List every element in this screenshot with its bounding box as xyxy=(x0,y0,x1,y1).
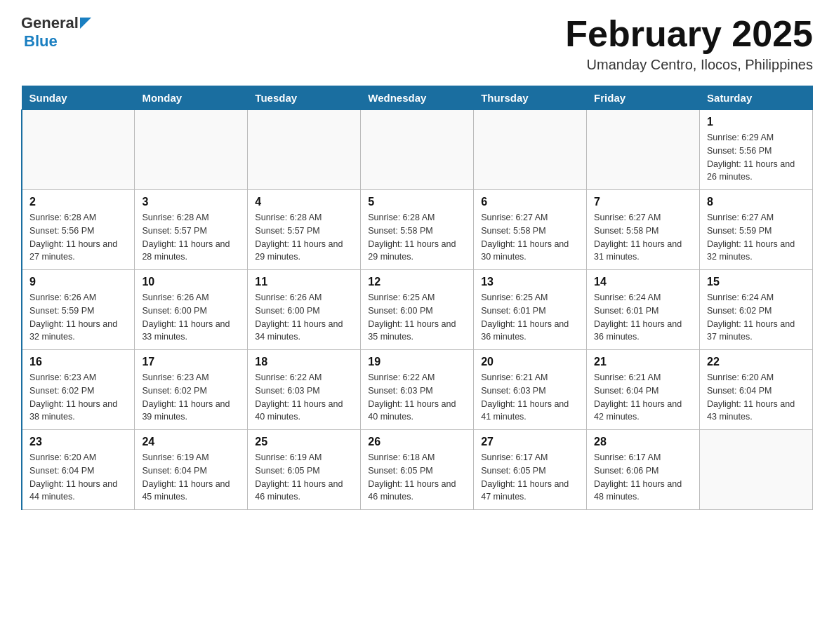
day-info: Sunrise: 6:24 AMSunset: 6:02 PMDaylight:… xyxy=(707,291,805,344)
calendar-cell: 23Sunrise: 6:20 AMSunset: 6:04 PMDayligh… xyxy=(22,430,135,510)
title-section: February 2025 Umanday Centro, Ilocos, Ph… xyxy=(565,14,813,73)
logo-general-text: General xyxy=(21,14,79,32)
day-number: 22 xyxy=(707,356,805,368)
calendar-cell: 19Sunrise: 6:22 AMSunset: 6:03 PMDayligh… xyxy=(361,350,474,430)
day-info: Sunrise: 6:22 AMSunset: 6:03 PMDaylight:… xyxy=(368,371,466,424)
week-row-4: 16Sunrise: 6:23 AMSunset: 6:02 PMDayligh… xyxy=(22,350,813,430)
calendar-table: SundayMondayTuesdayWednesdayThursdayFrid… xyxy=(21,86,813,510)
day-info: Sunrise: 6:22 AMSunset: 6:03 PMDaylight:… xyxy=(255,371,353,424)
calendar-cell: 21Sunrise: 6:21 AMSunset: 6:04 PMDayligh… xyxy=(587,350,700,430)
calendar-cell: 25Sunrise: 6:19 AMSunset: 6:05 PMDayligh… xyxy=(248,430,361,510)
calendar-cell: 15Sunrise: 6:24 AMSunset: 6:02 PMDayligh… xyxy=(700,270,813,350)
calendar-cell: 4Sunrise: 6:28 AMSunset: 5:57 PMDaylight… xyxy=(248,190,361,270)
calendar-cell: 28Sunrise: 6:17 AMSunset: 6:06 PMDayligh… xyxy=(587,430,700,510)
day-number: 5 xyxy=(368,196,466,208)
calendar-cell: 14Sunrise: 6:24 AMSunset: 6:01 PMDayligh… xyxy=(587,270,700,350)
day-info: Sunrise: 6:28 AMSunset: 5:57 PMDaylight:… xyxy=(255,211,353,264)
day-info: Sunrise: 6:17 AMSunset: 6:06 PMDaylight:… xyxy=(594,451,692,504)
calendar-cell: 10Sunrise: 6:26 AMSunset: 6:00 PMDayligh… xyxy=(135,270,248,350)
page-header: General Blue February 2025 Umanday Centr… xyxy=(21,14,813,73)
calendar-cell: 7Sunrise: 6:27 AMSunset: 5:58 PMDaylight… xyxy=(587,190,700,270)
day-number: 19 xyxy=(368,356,466,368)
day-number: 13 xyxy=(481,276,579,288)
day-number: 18 xyxy=(255,356,353,368)
day-number: 25 xyxy=(255,436,353,448)
logo-wordmark: General xyxy=(21,14,91,32)
calendar-title: February 2025 xyxy=(565,14,813,54)
logo: General Blue xyxy=(21,14,91,51)
day-info: Sunrise: 6:27 AMSunset: 5:58 PMDaylight:… xyxy=(481,211,579,264)
day-number: 15 xyxy=(707,276,805,288)
day-number: 20 xyxy=(481,356,579,368)
day-info: Sunrise: 6:18 AMSunset: 6:05 PMDaylight:… xyxy=(368,451,466,504)
week-row-5: 23Sunrise: 6:20 AMSunset: 6:04 PMDayligh… xyxy=(22,430,813,510)
day-info: Sunrise: 6:20 AMSunset: 6:04 PMDaylight:… xyxy=(29,451,127,504)
day-info: Sunrise: 6:19 AMSunset: 6:05 PMDaylight:… xyxy=(255,451,353,504)
weekday-header-tuesday: Tuesday xyxy=(248,86,361,110)
calendar-cell: 27Sunrise: 6:17 AMSunset: 6:05 PMDayligh… xyxy=(474,430,587,510)
calendar-cell xyxy=(135,110,248,190)
weekday-header-monday: Monday xyxy=(135,86,248,110)
day-number: 21 xyxy=(594,356,692,368)
calendar-cell: 26Sunrise: 6:18 AMSunset: 6:05 PMDayligh… xyxy=(361,430,474,510)
day-number: 6 xyxy=(481,196,579,208)
day-number: 24 xyxy=(142,436,240,448)
calendar-cell: 20Sunrise: 6:21 AMSunset: 6:03 PMDayligh… xyxy=(474,350,587,430)
day-number: 14 xyxy=(594,276,692,288)
day-info: Sunrise: 6:23 AMSunset: 6:02 PMDaylight:… xyxy=(142,371,240,424)
calendar-cell: 6Sunrise: 6:27 AMSunset: 5:58 PMDaylight… xyxy=(474,190,587,270)
day-info: Sunrise: 6:20 AMSunset: 6:04 PMDaylight:… xyxy=(707,371,805,424)
day-info: Sunrise: 6:23 AMSunset: 6:02 PMDaylight:… xyxy=(29,371,127,424)
day-number: 27 xyxy=(481,436,579,448)
svg-marker-0 xyxy=(80,18,91,29)
calendar-cell: 3Sunrise: 6:28 AMSunset: 5:57 PMDaylight… xyxy=(135,190,248,270)
calendar-cell: 11Sunrise: 6:26 AMSunset: 6:00 PMDayligh… xyxy=(248,270,361,350)
weekday-header-row: SundayMondayTuesdayWednesdayThursdayFrid… xyxy=(22,86,813,110)
calendar-cell xyxy=(361,110,474,190)
day-info: Sunrise: 6:17 AMSunset: 6:05 PMDaylight:… xyxy=(481,451,579,504)
day-number: 17 xyxy=(142,356,240,368)
day-number: 1 xyxy=(707,116,805,128)
weekday-header-saturday: Saturday xyxy=(700,86,813,110)
weekday-header-wednesday: Wednesday xyxy=(361,86,474,110)
calendar-cell: 16Sunrise: 6:23 AMSunset: 6:02 PMDayligh… xyxy=(22,350,135,430)
day-info: Sunrise: 6:21 AMSunset: 6:04 PMDaylight:… xyxy=(594,371,692,424)
calendar-cell xyxy=(587,110,700,190)
day-info: Sunrise: 6:27 AMSunset: 5:58 PMDaylight:… xyxy=(594,211,692,264)
weekday-header-sunday: Sunday xyxy=(22,86,135,110)
day-number: 23 xyxy=(29,436,127,448)
day-info: Sunrise: 6:26 AMSunset: 5:59 PMDaylight:… xyxy=(29,291,127,344)
calendar-cell: 2Sunrise: 6:28 AMSunset: 5:56 PMDaylight… xyxy=(22,190,135,270)
day-info: Sunrise: 6:28 AMSunset: 5:58 PMDaylight:… xyxy=(368,211,466,264)
calendar-cell xyxy=(474,110,587,190)
day-info: Sunrise: 6:28 AMSunset: 5:57 PMDaylight:… xyxy=(142,211,240,264)
calendar-cell: 12Sunrise: 6:25 AMSunset: 6:00 PMDayligh… xyxy=(361,270,474,350)
day-info: Sunrise: 6:29 AMSunset: 5:56 PMDaylight:… xyxy=(707,131,805,184)
day-info: Sunrise: 6:24 AMSunset: 6:01 PMDaylight:… xyxy=(594,291,692,344)
day-number: 16 xyxy=(29,356,127,368)
calendar-cell xyxy=(22,110,135,190)
day-number: 2 xyxy=(29,196,127,208)
calendar-cell: 22Sunrise: 6:20 AMSunset: 6:04 PMDayligh… xyxy=(700,350,813,430)
day-number: 9 xyxy=(29,276,127,288)
calendar-cell xyxy=(700,430,813,510)
calendar-cell xyxy=(248,110,361,190)
calendar-cell: 5Sunrise: 6:28 AMSunset: 5:58 PMDaylight… xyxy=(361,190,474,270)
week-row-2: 2Sunrise: 6:28 AMSunset: 5:56 PMDaylight… xyxy=(22,190,813,270)
day-info: Sunrise: 6:26 AMSunset: 6:00 PMDaylight:… xyxy=(142,291,240,344)
day-info: Sunrise: 6:21 AMSunset: 6:03 PMDaylight:… xyxy=(481,371,579,424)
day-number: 10 xyxy=(142,276,240,288)
day-info: Sunrise: 6:26 AMSunset: 6:00 PMDaylight:… xyxy=(255,291,353,344)
day-number: 3 xyxy=(142,196,240,208)
day-number: 26 xyxy=(368,436,466,448)
calendar-cell: 24Sunrise: 6:19 AMSunset: 6:04 PMDayligh… xyxy=(135,430,248,510)
day-number: 7 xyxy=(594,196,692,208)
weekday-header-thursday: Thursday xyxy=(474,86,587,110)
day-info: Sunrise: 6:25 AMSunset: 6:01 PMDaylight:… xyxy=(481,291,579,344)
day-info: Sunrise: 6:27 AMSunset: 5:59 PMDaylight:… xyxy=(707,211,805,264)
calendar-cell: 8Sunrise: 6:27 AMSunset: 5:59 PMDaylight… xyxy=(700,190,813,270)
calendar-cell: 13Sunrise: 6:25 AMSunset: 6:01 PMDayligh… xyxy=(474,270,587,350)
logo-blue-text: Blue xyxy=(24,32,58,50)
calendar-cell: 9Sunrise: 6:26 AMSunset: 5:59 PMDaylight… xyxy=(22,270,135,350)
day-number: 12 xyxy=(368,276,466,288)
